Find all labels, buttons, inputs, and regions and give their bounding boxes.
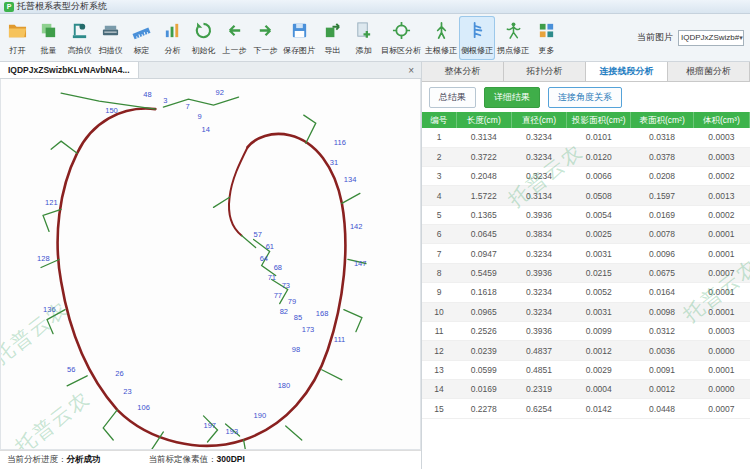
table-cell: 0.1365 [456, 205, 511, 224]
analysis-tab[interactable]: 整体分析 [422, 62, 504, 81]
toolbar-button-turn-point[interactable]: 拐点修正 [495, 16, 531, 60]
svg-text:61: 61 [266, 242, 274, 251]
result-button[interactable]: 总结果 [429, 87, 476, 108]
table-cell: 0.0096 [631, 244, 693, 263]
app-logo-icon: P [4, 2, 14, 12]
table-header-cell[interactable]: 编号 [422, 112, 456, 128]
segment-table: 编号长度(cm)直径(cm)投影面积(cm²)表面积(cm²)体积(cm³) 1… [422, 112, 750, 419]
toolbar-button-label: 扫描仪 [99, 45, 123, 56]
table-cell: 4 [422, 186, 456, 205]
table-body: 10.31340.32340.01010.03180.000320.37220.… [422, 128, 750, 418]
table-cell: 13 [422, 360, 456, 379]
toolbar-button-more[interactable]: 更多 [531, 16, 562, 60]
table-row[interactable]: 10.31340.32340.01010.03180.0003 [422, 128, 750, 147]
document-tab[interactable]: IQDPJxZSwizbKLvNAvbNA4... [0, 62, 139, 78]
toolbar-button-main-root[interactable]: 主根修正 [423, 16, 459, 60]
svg-text:121: 121 [45, 198, 58, 207]
table-row[interactable]: 130.05990.48510.00290.00910.0001 [422, 360, 750, 379]
svg-text:73: 73 [282, 281, 290, 290]
table-header-cell[interactable]: 长度(cm) [456, 112, 511, 128]
toolbar-button-add[interactable]: 添加 [348, 16, 379, 60]
svg-text:57: 57 [254, 230, 262, 239]
analysis-tab[interactable]: 连接线段分析 [586, 62, 668, 81]
toolbar-button-lateral-root[interactable]: 侧根修正 [459, 16, 495, 60]
table-cell: 0.0012 [631, 380, 693, 399]
toolbar-button-export[interactable]: 导出 [317, 16, 348, 60]
table-cell: 0.0169 [631, 205, 693, 224]
toolbar-button-label: 更多 [539, 45, 555, 56]
toolbar-button-init[interactable]: 初始化 [188, 16, 219, 60]
export-icon [323, 21, 342, 44]
table-cell: 0.0052 [567, 283, 631, 302]
toolbar-button-batch[interactable]: 批量 [33, 16, 64, 60]
svg-text:150: 150 [105, 106, 118, 115]
svg-text:142: 142 [350, 222, 363, 231]
analysis-tab[interactable]: 拓扑分析 [504, 62, 586, 81]
table-row[interactable]: 150.22780.62540.01420.04480.0007 [422, 399, 750, 418]
table-row[interactable]: 60.06450.38340.00250.00780.0001 [422, 225, 750, 244]
table-row[interactable]: 110.25260.39360.00990.03120.0003 [422, 321, 750, 340]
table-cell: 0.0675 [631, 263, 693, 282]
toolbar-button-prev-step[interactable]: 上一步 [219, 16, 250, 60]
close-icon[interactable]: × [401, 62, 421, 78]
svg-text:23: 23 [123, 387, 131, 396]
table-cell: 0.3134 [456, 128, 511, 147]
toolbar-button-open-folder[interactable]: 打开 [2, 16, 33, 60]
table-row[interactable]: 100.09650.32340.00310.00980.0001 [422, 302, 750, 321]
toolbar-button-analysis[interactable]: 分析 [157, 16, 188, 60]
table-cell: 0.0002 [693, 166, 749, 185]
table-cell: 3 [422, 166, 456, 185]
add-icon [354, 21, 373, 44]
target-area-icon [392, 21, 411, 44]
table-header-cell[interactable]: 体积(cm³) [693, 112, 749, 128]
table-cell: 0.3234 [511, 166, 566, 185]
toolbar-button-calibration[interactable]: 标定 [126, 16, 157, 60]
table-row[interactable]: 50.13650.39360.00540.01690.0002 [422, 205, 750, 224]
table-row[interactable]: 80.54590.39360.02150.06750.0007 [422, 263, 750, 282]
table-row[interactable]: 20.37220.32340.01200.03780.0003 [422, 147, 750, 166]
svg-text:116: 116 [334, 138, 346, 147]
toolbar-button-next-step[interactable]: 下一步 [250, 16, 281, 60]
table-row[interactable]: 30.20480.32340.00660.02080.0002 [422, 166, 750, 185]
toolbar-button-label: 分析 [165, 45, 181, 56]
analysis-tab[interactable]: 根瘤菌分析 [668, 62, 750, 81]
table-cell: 0.2278 [456, 399, 511, 418]
save-image-icon [290, 21, 309, 44]
toolbar-button-save-image[interactable]: 保存图片 [281, 16, 317, 60]
svg-text:3: 3 [163, 96, 167, 105]
toolbar-button-label: 高拍仪 [68, 45, 92, 56]
table-cell: 0.0169 [456, 380, 511, 399]
table-row[interactable]: 140.01690.23190.00040.00120.0000 [422, 380, 750, 399]
table-row[interactable]: 70.09470.32340.00310.00960.0001 [422, 244, 750, 263]
table-cell: 0.0013 [693, 186, 749, 205]
table-header-cell[interactable]: 直径(cm) [511, 112, 566, 128]
current-image-label: 当前图片 [637, 31, 673, 44]
table-header-cell[interactable]: 投影面积(cm²) [567, 112, 631, 128]
document-tabbar: IQDPJxZSwizbKLvNAvbNA4... × [0, 62, 421, 79]
svg-text:56: 56 [67, 365, 75, 374]
table-header-cell[interactable]: 表面积(cm²) [631, 112, 693, 128]
svg-text:197: 197 [203, 421, 216, 430]
svg-text:77: 77 [274, 291, 282, 300]
result-button[interactable]: 连接角度关系 [548, 87, 622, 108]
result-button[interactable]: 详细结果 [484, 87, 540, 108]
table-cell: 8 [422, 263, 456, 282]
toolbar: 打开批量高拍仪扫描仪标定分析初始化上一步下一步保存图片导出添加目标区分析主根修正… [0, 14, 750, 62]
table-cell: 6 [422, 225, 456, 244]
toolbar-button-label: 批量 [41, 45, 57, 56]
table-row[interactable]: 90.16180.32340.00520.01640.0001 [422, 283, 750, 302]
toolbar-button-label: 侧根修正 [461, 45, 493, 56]
toolbar-button-label: 主根修正 [425, 45, 457, 56]
toolbar-button-target-area[interactable]: 目标区分析 [379, 16, 423, 60]
toolbar-button-label: 打开 [10, 45, 26, 56]
toolbar-button-label: 标定 [134, 45, 150, 56]
root-image-canvas[interactable]: 9237914481501211281365626231061971931901… [0, 79, 421, 450]
table-row[interactable]: 120.02390.48370.00120.00360.0000 [422, 341, 750, 360]
svg-text:147: 147 [354, 259, 367, 268]
table-cell: 0.0003 [693, 128, 749, 147]
toolbar-button-doc-camera[interactable]: 高拍仪 [64, 16, 95, 60]
toolbar-button-scanner[interactable]: 扫描仪 [95, 16, 126, 60]
table-cell: 0.3234 [511, 283, 566, 302]
current-image-dropdown[interactable]: IQDPJxZSwizb# ▾ [678, 30, 744, 46]
table-row[interactable]: 41.57220.31340.05080.15970.0013 [422, 186, 750, 205]
